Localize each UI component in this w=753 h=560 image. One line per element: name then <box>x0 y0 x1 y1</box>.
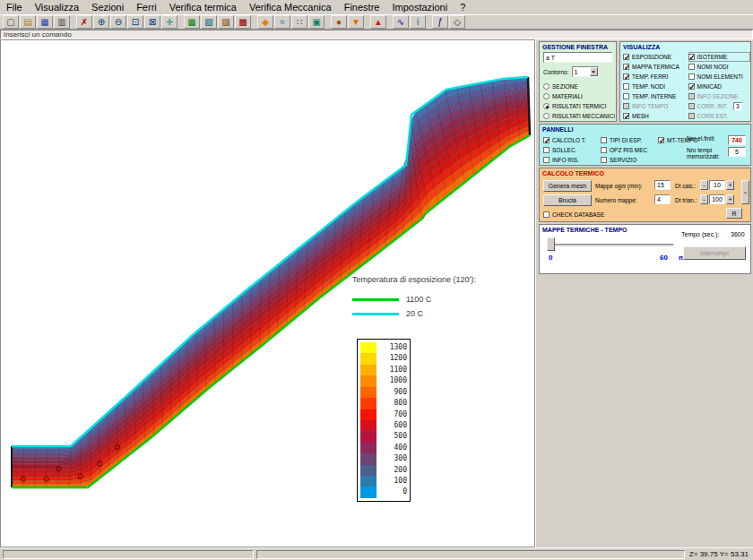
toolbar-thermal-map-button[interactable]: ▩ <box>235 15 251 29</box>
toolbar-print-button[interactable]: ▥ <box>54 15 70 29</box>
r-button[interactable]: R <box>726 208 742 219</box>
checkbox[interactable] <box>688 54 695 60</box>
checkbox[interactable] <box>543 157 550 163</box>
check-mappa-termica[interactable]: MAPPA TERMICA <box>623 62 686 72</box>
toolbar-mesh-button[interactable]: ▦ <box>184 15 200 29</box>
radio-button[interactable] <box>543 93 550 99</box>
radio-button[interactable] <box>543 103 550 109</box>
checkbox[interactable] <box>623 83 629 90</box>
radio-button[interactable] <box>543 83 550 90</box>
check-esposizione[interactable]: ESPOSIZIONE <box>623 52 686 62</box>
check-servizio[interactable]: SERVIZIO <box>601 155 651 165</box>
time-slider-track[interactable] <box>549 244 674 247</box>
checkbox[interactable] <box>601 147 607 153</box>
toolbar-new-button[interactable]: ▢ <box>3 15 19 29</box>
dt-trian-input[interactable]: 100 <box>709 194 725 204</box>
checkbox[interactable] <box>543 137 550 143</box>
menu-item-impostazioni[interactable]: Impostazioni <box>385 1 454 13</box>
check-temp-interne[interactable]: TEMP. INTERNE <box>623 91 686 101</box>
toolbar-temperature-button[interactable]: ● <box>331 15 347 29</box>
toolbar-zoom-window-button[interactable]: ⊡ <box>127 15 143 29</box>
radio-button[interactable] <box>543 113 550 119</box>
drawing-canvas[interactable]: Temperatura di esposizione (120'): 1100 … <box>0 39 535 547</box>
genera-mesh-button[interactable]: Genera mesh <box>543 180 592 192</box>
check-tipi-di-esp[interactable]: TIPI DI ESP. <box>601 135 651 145</box>
check-minicad[interactable]: MINICAD <box>688 82 751 91</box>
dt-calc-input[interactable]: 10 <box>709 180 725 190</box>
check-corr-int-value[interactable]: 3 <box>733 102 742 110</box>
checkbox[interactable] <box>543 211 550 218</box>
toolbar-section-button[interactable]: ▧ <box>201 15 217 29</box>
time-slider-handle[interactable] <box>547 237 555 251</box>
toolbar-info-button[interactable]: i <box>410 15 426 29</box>
dt-trian-decrement-button[interactable]: - <box>700 194 708 204</box>
checkbox[interactable] <box>623 113 629 119</box>
toolbar-elements-button[interactable]: ▣ <box>308 15 325 29</box>
collapse-panel-button[interactable]: < <box>741 180 749 204</box>
toolbar-diagram-button[interactable]: ∿ <box>393 15 409 29</box>
check-temp-ferri[interactable]: TEMP. FERRI <box>623 72 686 82</box>
menu-item-finestre[interactable]: Finestre <box>338 1 386 13</box>
toolbar-exposure-button[interactable]: ◆ <box>257 15 273 29</box>
checkbox[interactable] <box>623 73 629 80</box>
menu-item-visualizza[interactable]: Visualizza <box>29 1 85 13</box>
check-sollec[interactable]: SOLLEC. <box>543 145 593 155</box>
window-name-input[interactable]: a T <box>543 52 612 63</box>
radio-sezione[interactable]: SEZIONE <box>543 82 615 91</box>
checkbox[interactable] <box>543 147 550 153</box>
toolbar-nodes-button[interactable]: ∷ <box>291 15 307 29</box>
checkbox[interactable] <box>623 64 629 70</box>
checkbox[interactable] <box>688 103 695 109</box>
toolbar-isotherms-button[interactable]: ≈ <box>274 15 290 29</box>
toolbar-view-3d-button[interactable]: ◇ <box>449 15 465 29</box>
toolbar-open-button[interactable]: ▤ <box>20 15 36 29</box>
brucia-button[interactable]: Brucia <box>543 194 592 206</box>
checkbox[interactable] <box>623 93 629 99</box>
contorno-select[interactable]: 1 <box>572 66 599 77</box>
check-info-ris[interactable]: INFO RIS. <box>543 155 593 165</box>
toolbar-save-button[interactable]: ▦ <box>37 15 53 29</box>
numero-mappe-input[interactable]: 4 <box>654 194 671 204</box>
checkbox[interactable] <box>688 83 695 90</box>
checkbox[interactable] <box>688 64 695 70</box>
toolbar-fx-button[interactable]: ƒ <box>432 15 448 29</box>
checkbox[interactable] <box>688 113 695 119</box>
menu-item-help[interactable]: ? <box>454 1 472 13</box>
radio-risultati-termici[interactable]: RISULTATI TERMICI <box>543 101 615 111</box>
toolbar-delete-button[interactable]: ✗ <box>76 15 92 29</box>
check-calcolo-t[interactable]: CALCOLO T. <box>543 135 593 145</box>
toolbar-zoom-extents-button[interactable]: ⊠ <box>144 15 160 29</box>
radio-materiali[interactable]: MATERIALI <box>543 91 615 101</box>
check-temp-nodi[interactable]: TEMP. NODI <box>623 82 686 91</box>
mappe-ogni-input[interactable]: 15 <box>654 180 671 190</box>
toolbar-zoom-in-button[interactable]: ⊕ <box>93 15 109 29</box>
check-opz-ris-mec[interactable]: OPZ RIS MEC <box>601 145 651 155</box>
dt-calc-increment-button[interactable]: + <box>726 180 734 190</box>
toolbar-drop-button[interactable]: ▼ <box>348 15 364 29</box>
toolbar-materials-button[interactable]: ▨ <box>218 15 234 29</box>
toolbar-pan-button[interactable]: ✛ <box>161 15 177 29</box>
check-isoterme[interactable]: ISOTERME <box>688 52 751 62</box>
dt-calc-decrement-button[interactable]: - <box>700 180 708 190</box>
check-nomi-nodi[interactable]: NOMI NODI <box>688 62 751 72</box>
interrompi-button[interactable]: Interrompi <box>683 246 746 260</box>
dt-trian-increment-button[interactable]: + <box>726 194 734 204</box>
menu-item-verifica-termica[interactable]: Verifica termica <box>163 1 243 13</box>
toolbar-burn-button[interactable]: ▲ <box>370 15 386 29</box>
checkbox[interactable] <box>688 73 695 80</box>
menu-item-ferri[interactable]: Ferri <box>130 1 163 13</box>
toolbar-zoom-out-button[interactable]: ⊖ <box>110 15 126 29</box>
check-nomi-elementi[interactable]: NOMI ELEMENTI <box>688 72 751 82</box>
check-mesh[interactable]: MESH <box>623 111 686 121</box>
check-check-database[interactable]: CHECK DATABASE <box>543 210 604 220</box>
menu-item-sezioni[interactable]: Sezioni <box>85 1 130 13</box>
checkbox[interactable] <box>601 137 607 143</box>
radio-risultati-meccanici[interactable]: RISULTATI MECCANICI <box>543 111 615 121</box>
checkbox[interactable] <box>658 137 664 143</box>
menu-item-verifica-meccanica[interactable]: Verifica Meccanica <box>243 1 338 13</box>
checkbox[interactable] <box>601 157 607 163</box>
command-bar[interactable]: Inserisci un comando <box>0 30 753 39</box>
menu-item-file[interactable]: File <box>0 1 29 13</box>
checkbox[interactable] <box>688 93 695 99</box>
chevron-down-icon[interactable] <box>590 67 598 76</box>
